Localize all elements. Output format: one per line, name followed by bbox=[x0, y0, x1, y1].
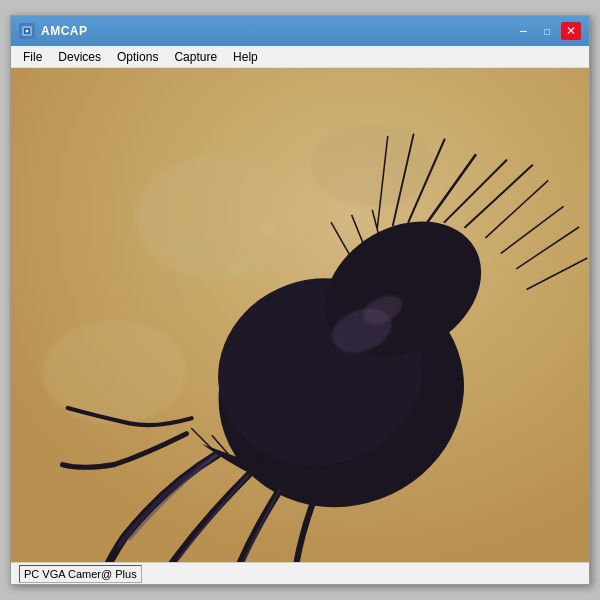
main-window: AMCAP − □ ✕ File Devices Options Capture… bbox=[10, 15, 590, 585]
menu-item-capture[interactable]: Capture bbox=[166, 48, 225, 66]
menu-item-file[interactable]: File bbox=[15, 48, 50, 66]
menu-bar: File Devices Options Capture Help bbox=[11, 46, 589, 68]
menu-item-options[interactable]: Options bbox=[109, 48, 166, 66]
minimize-button[interactable]: − bbox=[513, 22, 533, 40]
svg-point-7 bbox=[181, 232, 212, 263]
maximize-button[interactable]: □ bbox=[537, 22, 557, 40]
window-title: AMCAP bbox=[41, 24, 88, 38]
camera-view bbox=[11, 68, 589, 562]
svg-point-4 bbox=[135, 155, 300, 279]
window-controls: − □ ✕ bbox=[513, 22, 581, 40]
svg-point-8 bbox=[228, 258, 249, 279]
svg-point-6 bbox=[42, 320, 187, 423]
status-bar: PC VGA Camer@ Plus bbox=[11, 562, 589, 584]
menu-item-devices[interactable]: Devices bbox=[50, 48, 109, 66]
menu-item-help[interactable]: Help bbox=[225, 48, 266, 66]
svg-point-2 bbox=[26, 30, 29, 33]
status-text-container: PC VGA Camer@ Plus bbox=[19, 565, 142, 583]
svg-point-9 bbox=[164, 277, 189, 302]
app-icon bbox=[19, 23, 35, 39]
title-bar-left: AMCAP bbox=[19, 23, 88, 39]
title-bar: AMCAP − □ ✕ bbox=[11, 16, 589, 46]
svg-point-5 bbox=[310, 124, 434, 207]
svg-point-10 bbox=[261, 219, 278, 236]
close-button[interactable]: ✕ bbox=[561, 22, 581, 40]
camera-status-text: PC VGA Camer@ Plus bbox=[24, 568, 137, 580]
